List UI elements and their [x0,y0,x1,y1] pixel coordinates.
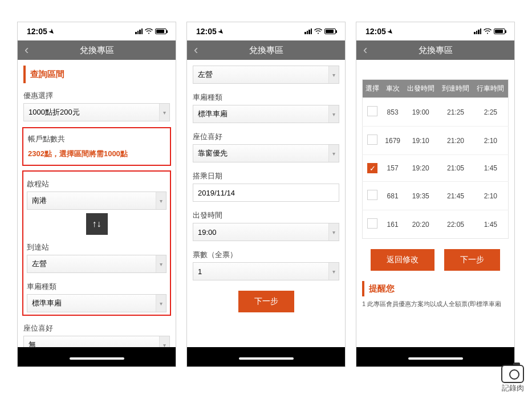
status-time: 12:05 [27,27,47,36]
reminder-title: 提醒您 [362,281,509,296]
cell-dep: 19:10 [403,127,438,155]
depart-select[interactable]: 19:00 ▾ [193,223,339,241]
table-row[interactable]: 16120:2022:051:45 [363,210,509,239]
car-label: 車廂種類 [27,279,166,294]
account-label: 帳戶點數共 [28,134,165,144]
cell-dur: 2:25 [473,98,509,127]
to-label: 到達站 [27,239,166,255]
back-icon[interactable]: ‹ [356,44,374,56]
chevron-down-icon: ▾ [156,192,166,209]
car-select[interactable]: 標準車廂 ▾ [193,105,339,123]
cell-arr: 21:45 [438,182,473,210]
checkbox[interactable] [367,106,377,116]
from-label: 啟程站 [27,176,166,192]
account-points-box: 帳戶點數共 2302點，選擇區間將需1000點 [22,127,171,166]
wifi-icon [314,27,322,36]
table-header: 到達時間 [438,80,473,98]
table-row[interactable]: 167919:1021:202:10 [363,127,509,155]
seat-label: 座位喜好 [193,129,339,144]
account-value: 2302點，選擇區間將需1000點 [28,149,165,159]
seat-select[interactable]: 靠窗優先 ▾ [193,144,339,162]
status-time: 12:05 [366,27,386,36]
checkbox[interactable]: ✓ [367,163,377,173]
date-input[interactable]: 2019/11/14 [193,184,339,202]
signal-icon [474,28,481,34]
cell-arr: 22:05 [438,210,473,239]
bottom-bar [187,347,345,367]
from-select[interactable]: 南港 ▾ [27,192,166,210]
wifi-icon [145,27,153,36]
checkbox[interactable] [367,218,377,229]
table-row[interactable]: ✓15719:2021:051:45 [363,155,509,182]
cell-dur: 2:10 [473,182,509,210]
battery-icon [155,28,166,34]
car-select[interactable]: 標準車廂 ▾ [27,294,166,312]
station-group: 啟程站 南港 ▾ ↑↓ 到達站 左營 ▾ 車廂種類 標準車廂 ▾ [22,170,171,316]
cell-train: 853 [382,98,403,127]
cell-train: 161 [382,210,403,239]
next-button[interactable]: 下一步 [444,249,500,271]
status-time: 12:05 [196,27,217,36]
nav-title: 兌換專區 [187,45,345,56]
battery-icon [494,28,505,34]
nav-title: 兌換專區 [356,45,514,56]
content: 左營 ▾ 車廂種類 標準車廂 ▾ 座位喜好 靠窗優先 ▾ 搭乘日期 [187,60,345,367]
depart-label: 出發時間 [193,207,339,223]
seat-label: 座位喜好 [23,320,170,336]
back-icon[interactable]: ‹ [187,44,205,56]
location-icon: ➤ [386,27,395,36]
table-row[interactable]: 68119:3521:452:10 [363,182,509,210]
home-indicator[interactable] [70,357,124,360]
swap-icon: ↑↓ [92,219,101,229]
location-icon: ➤ [47,27,56,36]
checkbox[interactable] [367,135,377,145]
cell-dep: 19:35 [403,182,438,210]
qty-select[interactable]: 1 ▾ [193,262,339,280]
bottom-bar [356,347,514,367]
chevron-down-icon: ▾ [328,263,339,280]
cell-train: 1679 [382,127,403,155]
table-header: 車次 [382,80,403,98]
back-edit-button[interactable]: 返回修改 [371,249,434,271]
home-indicator[interactable] [239,357,294,360]
chevron-down-icon: ▾ [328,223,339,241]
cell-arr: 21:20 [438,127,473,155]
home-indicator[interactable] [408,357,463,360]
camera-icon [501,365,524,383]
cell-train: 681 [382,182,403,210]
cell-train: 157 [382,155,403,182]
swap-button[interactable]: ↑↓ [86,213,108,235]
nav-bar: ‹ 兌換專區 [18,40,176,60]
chevron-down-icon: ▾ [156,255,166,272]
cell-dur: 1:45 [473,210,509,239]
cell-dep: 19:20 [403,155,438,182]
status-bar: 12:05 ➤ [356,22,514,40]
nav-bar: ‹ 兌換專區 [356,40,514,60]
phone-2: 12:05 ➤ ‹ 兌換專區 左營 ▾ 車廂種類 [186,22,346,367]
watermark-label: 記錄肉 [502,383,524,393]
battery-icon [324,28,336,34]
car-label: 車廂種類 [193,89,339,105]
cell-dep: 20:20 [403,210,438,239]
status-bar: 12:05 ➤ [187,22,345,40]
content: 查詢區間 優惠選擇 1000點折200元 ▾ 帳戶點數共 2302點，選擇區間將… [18,60,176,367]
section-title: 查詢區間 [23,66,170,83]
checkbox[interactable] [367,190,377,200]
cell-dep: 19:00 [403,98,438,127]
signal-icon [135,28,143,34]
to-select[interactable]: 左營 ▾ [27,255,166,273]
next-button[interactable]: 下一步 [238,291,294,312]
table-header: 出發時間 [403,80,438,98]
nav-title: 兌換專區 [18,45,176,56]
qty-label: 票數（全票） [193,247,339,262]
back-icon[interactable]: ‹ [18,44,35,56]
bottom-bar [18,347,176,367]
offer-select[interactable]: 1000點折200元 ▾ [23,103,170,121]
to-select[interactable]: 左營 ▾ [193,66,339,84]
chevron-down-icon: ▾ [328,145,339,162]
cell-dur: 2:10 [473,127,509,155]
chevron-down-icon: ▾ [159,104,169,121]
phone-3: 12:05 ➤ ‹ 兌換專區 選擇車次出發時間到達時間行車時間 85319:00… [356,22,515,367]
table-row[interactable]: 85319:0021:252:25 [363,98,509,127]
nav-bar: ‹ 兌換專區 [187,40,345,60]
